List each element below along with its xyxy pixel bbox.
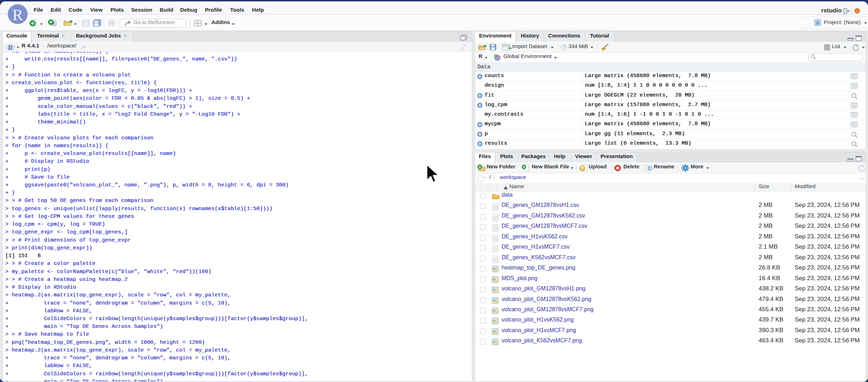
- svg-text:R: R: [816, 20, 820, 25]
- svg-text:R: R: [8, 45, 12, 51]
